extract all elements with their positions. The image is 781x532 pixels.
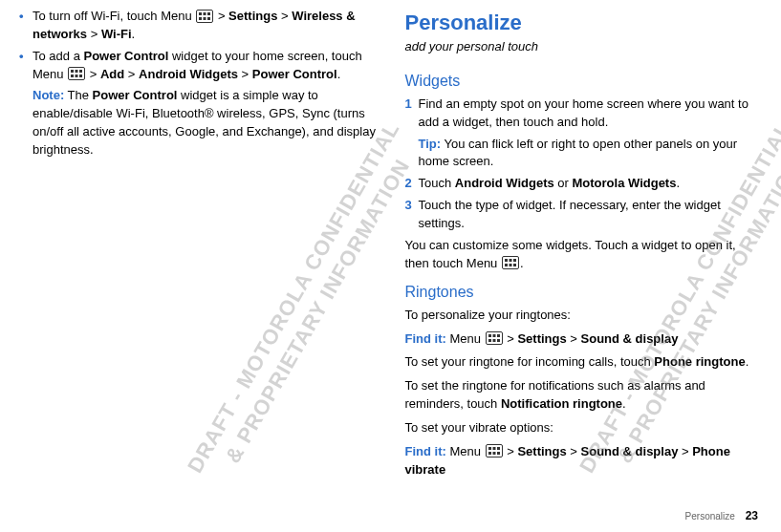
text: You can flick left or right to open othe…: [419, 137, 738, 169]
text: .: [676, 176, 680, 190]
footer: Personalize 23: [685, 508, 758, 524]
section-title: Personalize: [405, 8, 763, 38]
text: >: [87, 27, 101, 41]
strong: Power Control: [252, 67, 337, 81]
bullet-item: • To turn off Wi-Fi, touch Menu > Settin…: [19, 8, 377, 44]
strong: Sound & display: [581, 444, 679, 458]
footer-label: Personalize: [685, 511, 735, 521]
ringtones-heading: Ringtones: [405, 281, 763, 303]
numbered-item: 2 Touch Android Widgets or Motorola Widg…: [405, 175, 763, 193]
svg-rect-14: [513, 259, 516, 262]
text: .: [520, 256, 524, 270]
svg-rect-23: [497, 339, 500, 342]
text: >: [567, 331, 581, 346]
svg-rect-12: [505, 259, 508, 262]
bullet-text: To add a Power Control widget to your ho…: [33, 48, 377, 165]
svg-rect-21: [488, 339, 491, 342]
text: >: [124, 67, 139, 81]
text: >: [86, 67, 100, 81]
text: To turn off Wi-Fi, touch Menu: [33, 9, 195, 23]
number-mark: 2: [405, 175, 419, 193]
text: To set your ringtone for incoming calls,…: [405, 354, 655, 369]
svg-rect-11: [79, 74, 82, 77]
findit-line: Find it: Menu > Settings > Sound & displ…: [405, 330, 763, 349]
svg-rect-22: [492, 339, 495, 342]
section-subtitle: add your personal touch: [405, 38, 763, 56]
text: You can customize some widgets. Touch a …: [405, 238, 736, 270]
strong: Settings: [228, 9, 277, 23]
svg-rect-29: [497, 452, 500, 455]
paragraph: To set your vibrate options:: [405, 419, 763, 437]
svg-rect-13: [509, 259, 511, 262]
strong: Settings: [517, 331, 566, 346]
svg-rect-16: [509, 264, 511, 266]
paragraph: You can customize some widgets. Touch a …: [405, 237, 763, 273]
strong: Phone ringtone: [654, 354, 745, 369]
text: .: [132, 27, 136, 41]
svg-rect-2: [207, 12, 210, 15]
menu-icon: [196, 10, 213, 23]
text: To add a: [33, 49, 84, 63]
bullet-mark: •: [19, 8, 33, 44]
text: >: [567, 444, 581, 458]
left-column: • To turn off Wi-Fi, touch Menu > Settin…: [19, 8, 377, 484]
strong: Settings: [517, 444, 566, 458]
text: .: [622, 396, 626, 411]
strong: Power Control: [84, 49, 169, 63]
text: Find an empty spot on your home screen w…: [419, 96, 763, 132]
text: >: [214, 9, 228, 23]
paragraph: To personalize your ringtones:: [405, 307, 763, 325]
svg-rect-15: [505, 264, 508, 266]
findit-line: Find it: Menu > Settings > Sound & displ…: [405, 443, 763, 479]
text: Menu: [446, 444, 485, 458]
strong: Wi-Fi: [101, 27, 132, 41]
svg-rect-10: [76, 74, 78, 77]
svg-rect-26: [497, 447, 500, 450]
number-mark: 1: [405, 96, 419, 171]
strong: Power Control: [93, 88, 178, 102]
number-mark: 3: [405, 197, 419, 233]
svg-rect-4: [204, 17, 206, 20]
findit-label: Find it:: [405, 331, 446, 346]
findit-label: Find it:: [405, 444, 446, 458]
strong: Add: [100, 67, 124, 81]
numbered-text: Find an empty spot on your home screen w…: [419, 96, 763, 171]
widgets-heading: Widgets: [405, 70, 763, 92]
bullet-item: • To add a Power Control widget to your …: [19, 48, 377, 165]
text: .: [746, 354, 749, 369]
bullet-mark: •: [19, 48, 33, 165]
strong: Android Widgets: [139, 67, 238, 81]
note-label: Note:: [33, 88, 64, 102]
menu-icon: [68, 67, 85, 80]
text: Menu: [446, 331, 485, 346]
tip-label: Tip:: [419, 137, 442, 151]
svg-rect-5: [207, 17, 210, 20]
svg-rect-24: [488, 447, 491, 450]
svg-rect-17: [513, 264, 516, 266]
paragraph: To set the ringtone for notifications su…: [405, 377, 763, 414]
text: Touch: [419, 176, 455, 190]
text: The: [64, 88, 92, 102]
text: >: [238, 67, 252, 81]
text: >: [504, 331, 518, 346]
svg-rect-20: [497, 334, 500, 337]
svg-rect-25: [492, 447, 495, 450]
numbered-item: 1 Find an empty spot on your home screen…: [405, 96, 763, 171]
numbered-text: Touch the type of widget. If necessary, …: [419, 197, 763, 233]
menu-icon: [486, 331, 503, 345]
note-paragraph: Note: The Power Control widget is a simp…: [33, 87, 377, 159]
menu-icon: [502, 256, 519, 269]
bullet-text: To turn off Wi-Fi, touch Menu > Settings…: [33, 8, 377, 44]
strong: Motorola Widgets: [572, 176, 676, 190]
text: >: [277, 9, 292, 23]
svg-rect-7: [76, 70, 78, 73]
text: or: [554, 176, 573, 190]
paragraph: To set your ringtone for incoming calls,…: [405, 353, 763, 372]
svg-rect-3: [199, 17, 202, 20]
svg-rect-28: [492, 452, 495, 455]
svg-rect-9: [71, 74, 74, 77]
text: .: [337, 67, 341, 81]
svg-rect-6: [71, 70, 74, 73]
strong: Android Widgets: [455, 176, 554, 190]
svg-rect-0: [199, 12, 202, 15]
